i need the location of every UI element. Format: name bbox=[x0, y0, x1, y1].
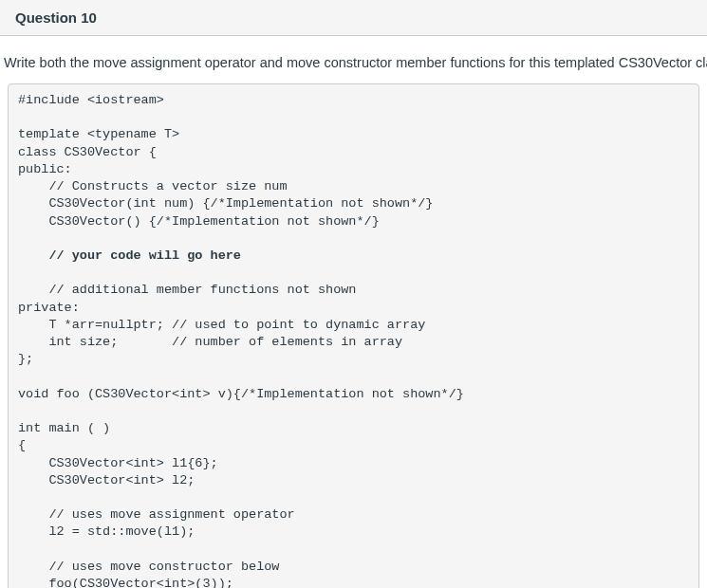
code-line: CS30Vector<int> l1{6}; bbox=[18, 456, 218, 470]
code-line: // Constructs a vector size num bbox=[18, 179, 288, 193]
code-line: CS30Vector<int> l2; bbox=[18, 473, 195, 487]
code-line-emphasis: // your code will go here bbox=[18, 248, 241, 263]
code-line: { bbox=[18, 438, 26, 452]
code-line: foo(CS30Vector<int>(3)); bbox=[18, 577, 233, 588]
code-line: #include <iostream> bbox=[18, 93, 164, 107]
code-line: int size; // number of elements in array bbox=[18, 335, 402, 349]
code-line: public: bbox=[18, 162, 72, 176]
code-line: int main ( ) bbox=[18, 421, 110, 435]
code-line: void foo (CS30Vector<int> v){/*Implement… bbox=[18, 387, 464, 401]
question-header: Question 10 bbox=[0, 0, 707, 36]
code-line: }; bbox=[18, 352, 33, 366]
code-line: // uses move assignment operator bbox=[18, 507, 295, 522]
code-line: T *arr=nullptr; // used to point to dyna… bbox=[18, 318, 425, 332]
code-line: class CS30Vector { bbox=[18, 145, 157, 159]
question-prompt: Write both the move assignment operator … bbox=[0, 55, 707, 70]
code-line: l2 = std::move(l1); bbox=[18, 524, 195, 539]
code-line: private: bbox=[18, 301, 80, 315]
question-body: Write both the move assignment operator … bbox=[0, 36, 707, 588]
code-line: // uses move constructor below bbox=[18, 560, 279, 574]
question-title: Question 10 bbox=[15, 9, 692, 26]
code-line: template <typename T> bbox=[18, 127, 179, 141]
code-line: CS30Vector(int num) {/*Implementation no… bbox=[18, 196, 433, 211]
code-line: // additional member functions not shown bbox=[18, 283, 356, 297]
code-line: CS30Vector() {/*Implementation not shown… bbox=[18, 214, 380, 229]
code-block: #include <iostream> template <typename T… bbox=[8, 83, 699, 588]
